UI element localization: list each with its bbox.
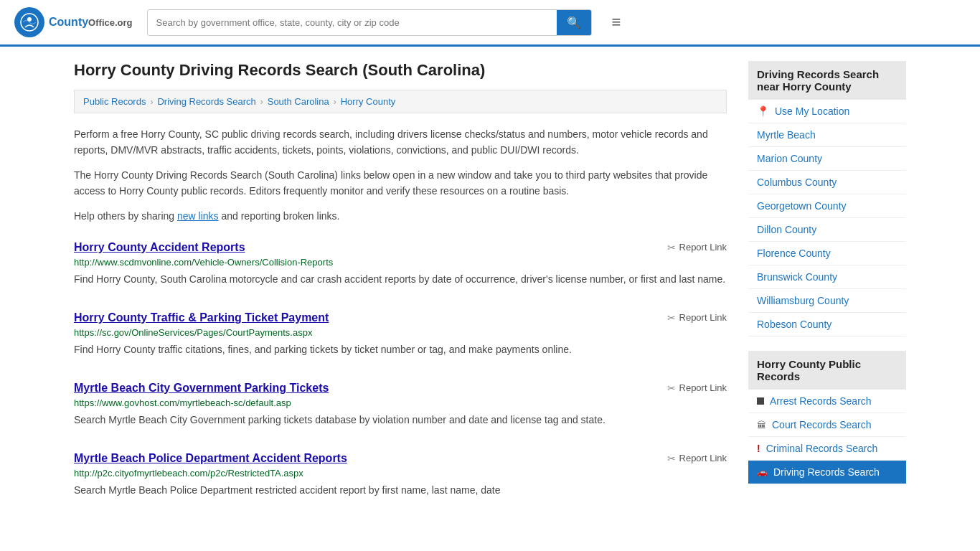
scissor-icon-1: ✂	[667, 242, 676, 253]
sidebar-record-link-1[interactable]: Arrest Records Search	[770, 395, 872, 407]
page-title: Horry County Driving Records Search (Sou…	[74, 61, 727, 80]
sidebar-record-item-1[interactable]: Arrest Records Search	[748, 390, 906, 413]
sidebar-record-link-4[interactable]: Driving Records Search	[773, 466, 880, 478]
square-icon	[757, 397, 764, 405]
sidebar-nearby-section: Driving Records Search near Horry County…	[748, 61, 906, 336]
sidebar-nearby-item-9[interactable]: Robeson County	[748, 313, 906, 336]
search-area: 🔍	[147, 9, 592, 36]
result-url-2[interactable]: https://sc.gov/OnlineServices/Pages/Cour…	[74, 327, 727, 338]
sidebar-nearby-item-3[interactable]: Columbus County	[748, 171, 906, 194]
sidebar-nearby-header: Driving Records Search near Horry County	[748, 61, 906, 100]
report-label-1: Report Link	[679, 242, 727, 253]
sidebar-nearby-item-5[interactable]: Dillon County	[748, 218, 906, 242]
result-title-2[interactable]: Horry County Traffic & Parking Ticket Pa…	[74, 311, 329, 324]
search-icon: 🔍	[567, 17, 581, 29]
report-label-4: Report Link	[679, 453, 727, 463]
result-desc-4: Search Myrtle Beach Police Department re…	[74, 483, 727, 498]
report-label-3: Report Link	[679, 382, 727, 393]
car-icon: 🚗	[757, 467, 768, 477]
result-title-3[interactable]: Myrtle Beach City Government Parking Tic…	[74, 382, 329, 395]
sidebar-record-link-3[interactable]: Criminal Records Search	[766, 443, 878, 454]
header: CountyOffice.org 🔍 ≡	[0, 0, 980, 47]
logo-icon	[14, 7, 44, 37]
result-url-3[interactable]: https://www.govhost.com/myrtlebeach-sc/d…	[74, 397, 727, 408]
sidebar-nearby-link-9[interactable]: Robeson County	[757, 319, 831, 330]
logo[interactable]: CountyOffice.org	[14, 7, 133, 37]
sidebar-record-link-2[interactable]: Court Records Search	[772, 419, 872, 430]
result-desc-2: Find Horry County traffic citations, fin…	[74, 342, 727, 357]
breadcrumb-horry-county[interactable]: Horry County	[341, 96, 396, 107]
sidebar-nearby-item-7[interactable]: Brunswick County	[748, 265, 906, 289]
description-3: Help others by sharing new links and rep…	[74, 208, 727, 224]
result-title-4[interactable]: Myrtle Beach Police Department Accident …	[74, 452, 347, 465]
description-2: The Horry County Driving Records Search …	[74, 167, 727, 199]
sidebar-record-item-2[interactable]: 🏛Court Records Search	[748, 413, 906, 437]
sidebar-nearby-item-1[interactable]: Myrtle Beach	[748, 123, 906, 147]
report-link-2[interactable]: ✂ Report Link	[667, 312, 727, 324]
building-icon: 🏛	[757, 420, 766, 430]
scissor-icon-3: ✂	[667, 382, 676, 394]
scissor-icon-4: ✂	[667, 453, 676, 464]
sidebar-nearby-link-4[interactable]: Georgetown County	[757, 200, 847, 212]
new-links-link[interactable]: new links	[177, 210, 219, 222]
result-header-4: Myrtle Beach Police Department Accident …	[74, 452, 727, 465]
sidebar-record-item-3[interactable]: !Criminal Records Search	[748, 437, 906, 461]
desc3-prefix: Help others by sharing	[74, 210, 177, 222]
breadcrumb-sep-2: ›	[260, 97, 263, 107]
sidebar-records-header: Horry County Public Records	[748, 351, 906, 390]
breadcrumb: Public Records › Driving Records Search …	[74, 90, 727, 113]
sidebar-nearby-link-5[interactable]: Dillon County	[757, 224, 816, 235]
sidebar-nearby-links: Myrtle BeachMarion CountyColumbus County…	[748, 123, 906, 336]
sidebar-use-my-location[interactable]: 📍 Use My Location	[748, 100, 906, 123]
content-area: Horry County Driving Records Search (Sou…	[74, 61, 727, 505]
sidebar-nearby-item-4[interactable]: Georgetown County	[748, 194, 906, 218]
result-url-1[interactable]: http://www.scdmvonline.com/Vehicle-Owner…	[74, 257, 727, 268]
sidebar-nearby-item-6[interactable]: Florence County	[748, 242, 906, 265]
result-desc-1: Find Horry County, South Carolina motorc…	[74, 272, 727, 287]
breadcrumb-sep-1: ›	[150, 97, 153, 107]
sidebar-nearby-link-7[interactable]: Brunswick County	[757, 271, 837, 283]
main-wrapper: Horry County Driving Records Search (Sou…	[60, 47, 920, 519]
sidebar-nearby-link-8[interactable]: Williamsburg County	[757, 295, 849, 306]
search-input[interactable]	[148, 11, 557, 34]
result-item-2: Horry County Traffic & Parking Ticket Pa…	[74, 311, 727, 364]
sidebar-nearby-link-1[interactable]: Myrtle Beach	[757, 129, 816, 141]
sidebar-nearby-item-8[interactable]: Williamsburg County	[748, 289, 906, 313]
location-pin-icon: 📍	[757, 105, 769, 117]
sidebar-records-section: Horry County Public Records Arrest Recor…	[748, 351, 906, 484]
sidebar-nearby-item-2[interactable]: Marion County	[748, 147, 906, 171]
result-item-1: Horry County Accident Reports ✂ Report L…	[74, 241, 727, 294]
breadcrumb-driving-records[interactable]: Driving Records Search	[157, 96, 255, 107]
description-area: Perform a free Horry County, SC public d…	[74, 126, 727, 224]
sidebar-nearby-link-6[interactable]: Florence County	[757, 248, 831, 259]
result-header-2: Horry County Traffic & Parking Ticket Pa…	[74, 311, 727, 324]
breadcrumb-sep-3: ›	[334, 97, 336, 107]
search-button[interactable]: 🔍	[557, 10, 591, 35]
report-link-1[interactable]: ✂ Report Link	[667, 242, 727, 253]
report-link-3[interactable]: ✂ Report Link	[667, 382, 727, 394]
description-1: Perform a free Horry County, SC public d…	[74, 126, 727, 159]
result-header-3: Myrtle Beach City Government Parking Tic…	[74, 382, 727, 395]
desc3-suffix: and reporting broken links.	[219, 210, 340, 222]
exclaim-icon: !	[757, 443, 760, 454]
sidebar-record-item-4[interactable]: 🚗Driving Records Search	[748, 461, 906, 484]
scissor-icon-2: ✂	[667, 312, 676, 324]
results-list: Horry County Accident Reports ✂ Report L…	[74, 241, 727, 505]
sidebar-records-links: Arrest Records Search🏛Court Records Sear…	[748, 390, 906, 484]
result-title-1[interactable]: Horry County Accident Reports	[74, 241, 245, 254]
result-item-4: Myrtle Beach Police Department Accident …	[74, 452, 727, 505]
report-label-2: Report Link	[679, 312, 727, 323]
menu-button[interactable]: ≡	[606, 10, 627, 34]
breadcrumb-south-carolina[interactable]: South Carolina	[268, 96, 329, 107]
result-url-4[interactable]: http://p2c.cityofmyrtlebeach.com/p2c/Res…	[74, 468, 727, 479]
use-my-location-link[interactable]: Use My Location	[775, 105, 849, 117]
report-link-4[interactable]: ✂ Report Link	[667, 453, 727, 464]
sidebar-nearby-link-3[interactable]: Columbus County	[757, 176, 837, 188]
sidebar-nearby-link-2[interactable]: Marion County	[757, 153, 822, 164]
sidebar: Driving Records Search near Horry County…	[748, 61, 906, 505]
breadcrumb-public-records[interactable]: Public Records	[83, 96, 146, 107]
result-header-1: Horry County Accident Reports ✂ Report L…	[74, 241, 727, 254]
logo-text: CountyOffice.org	[49, 16, 133, 29]
result-desc-3: Search Myrtle Beach City Government park…	[74, 413, 727, 428]
hamburger-icon: ≡	[612, 13, 621, 31]
